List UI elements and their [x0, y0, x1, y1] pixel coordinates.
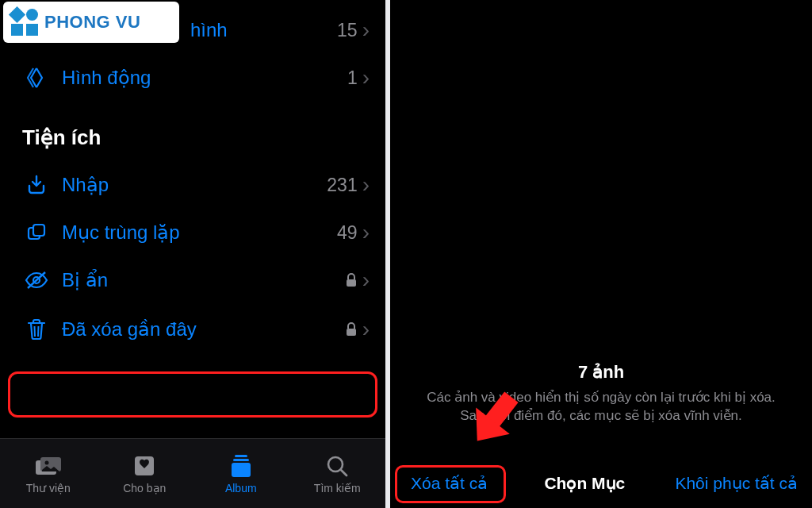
search-icon — [325, 453, 349, 479]
desc-line-1: Các ảnh và video hiển thị số ngày còn lạ… — [427, 390, 776, 405]
row-label: hình — [190, 19, 337, 41]
desc-line-2: Sau thời điểm đó, các mục sẽ bị xóa vĩnh… — [460, 408, 742, 423]
utility-row-hidden[interactable]: Bị ẩn › — [0, 256, 385, 304]
row-label: Mục trùng lặp — [62, 221, 337, 244]
duplicate-icon — [22, 221, 51, 244]
recover-all-button[interactable]: Khôi phục tất cả — [667, 469, 806, 498]
svg-point-10 — [44, 460, 48, 464]
chevron-right-icon: › — [362, 172, 370, 198]
section-title-utilities: Tiện ích — [0, 102, 385, 161]
delete-all-button[interactable]: Xóa tất cả — [396, 469, 502, 498]
chevron-right-icon: › — [362, 65, 370, 90]
row-count: 49 — [337, 222, 358, 244]
chevron-right-icon: › — [362, 267, 370, 293]
phongvu-logo: PHONG VU — [3, 2, 179, 43]
select-button[interactable]: Chọn Mục — [544, 474, 625, 493]
albums-pane: PHONG VU hình 15 › Hình động 1 › Tiện íc… — [0, 0, 385, 508]
tab-label: Album — [225, 482, 257, 495]
tab-label: Cho bạn — [123, 482, 166, 495]
foryou-icon — [132, 453, 156, 479]
svg-line-6 — [38, 326, 39, 337]
row-count: 231 — [327, 175, 357, 196]
library-icon — [33, 453, 64, 479]
row-label: Bị ẩn — [62, 269, 345, 291]
row-label: Nhập — [62, 174, 327, 196]
svg-rect-7 — [347, 329, 356, 336]
bottom-toolbar: Xóa tất cả Chọn Mục Khôi phục tất cả — [390, 459, 812, 508]
utility-row-recently-deleted[interactable]: Đã xóa gần đây › — [0, 306, 385, 353]
info-description: Các ảnh và video hiển thị số ngày còn lạ… — [427, 389, 776, 425]
lock-icon — [345, 322, 358, 337]
svg-rect-14 — [232, 463, 251, 477]
tab-album[interactable]: Album — [197, 453, 285, 495]
info-block: 7 ảnh Các ảnh và video hiển thị số ngày … — [390, 0, 812, 456]
highlight-recently-deleted — [8, 371, 377, 418]
tab-bar: Thư viện Cho bạn — [0, 438, 385, 508]
row-label: Đã xóa gần đây — [62, 318, 345, 341]
live-icon — [22, 66, 51, 90]
recently-deleted-pane: 7 ảnh Các ảnh và video hiển thị số ngày … — [390, 0, 812, 508]
tab-search[interactable]: Tìm kiếm — [293, 453, 381, 495]
chevron-right-icon: › — [362, 317, 370, 342]
chevron-right-icon: › — [362, 220, 370, 245]
tab-foryou[interactable]: Cho bạn — [101, 453, 188, 495]
hidden-icon — [22, 269, 51, 291]
phongvu-logo-icon — [11, 9, 38, 36]
row-count: 15 — [337, 20, 358, 41]
svg-rect-12 — [235, 455, 247, 457]
svg-rect-1 — [33, 225, 44, 236]
tab-label: Tìm kiếm — [314, 482, 361, 495]
svg-line-16 — [341, 470, 347, 475]
svg-line-5 — [35, 326, 36, 337]
chevron-right-icon: › — [362, 17, 370, 43]
import-icon — [22, 174, 51, 196]
tab-library[interactable]: Thư viện — [5, 453, 92, 495]
trash-icon — [22, 318, 51, 341]
phongvu-logo-text: PHONG VU — [44, 12, 140, 33]
photo-count-title: 7 ảnh — [578, 362, 624, 383]
row-label: Hình động — [62, 67, 347, 89]
svg-rect-4 — [347, 279, 356, 287]
album-row-liveanim[interactable]: Hình động 1 › — [0, 54, 385, 102]
lock-icon — [345, 273, 358, 287]
album-icon — [229, 453, 253, 479]
utility-row-import[interactable]: Nhập 231 › — [0, 161, 385, 209]
row-count: 1 — [347, 67, 358, 89]
tab-label: Thư viện — [26, 482, 71, 495]
utility-row-duplicates[interactable]: Mục trùng lặp 49 › — [0, 209, 385, 256]
svg-rect-13 — [233, 459, 249, 461]
